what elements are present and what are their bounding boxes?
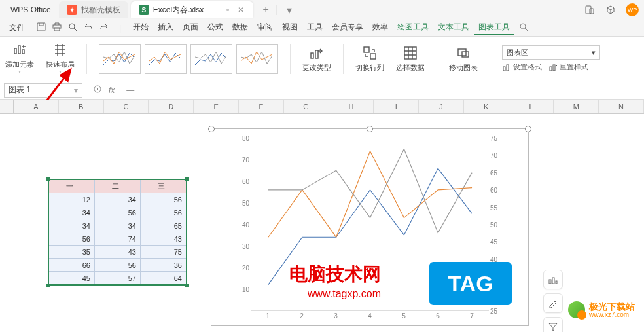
style-preview-3[interactable] xyxy=(190,44,232,74)
switch-rowcol-icon xyxy=(361,45,378,62)
cell[interactable]: 36 xyxy=(141,259,187,272)
y-axis: 1020304050607080 xyxy=(234,138,251,311)
tab-excel-file[interactable]: S Excel内容.xlsx ▫ ✕ xyxy=(131,1,253,18)
col-L[interactable]: L xyxy=(509,100,554,113)
search-icon[interactable] xyxy=(519,22,528,33)
cell[interactable]: 74 xyxy=(95,232,141,246)
svg-rect-16 xyxy=(462,52,469,57)
col-M[interactable]: M xyxy=(554,100,599,113)
change-type-button[interactable]: 更改类型 xyxy=(302,45,331,73)
cell[interactable]: 66 xyxy=(49,259,95,272)
chart-area-select[interactable]: 图表区 ▾ xyxy=(502,45,600,60)
set-format-button[interactable]: 设置格式 xyxy=(502,62,542,72)
add-element-button[interactable]: 添加元素 ˅ xyxy=(5,41,34,77)
style-preview-1[interactable] xyxy=(99,44,141,74)
col-N[interactable]: N xyxy=(599,100,644,113)
move-chart-button[interactable]: 移动图表 xyxy=(449,45,478,73)
menu-text-tools[interactable]: 文本工具 xyxy=(434,20,473,35)
x-axis: 1234567 xyxy=(251,312,489,322)
device-icon[interactable] xyxy=(584,4,596,16)
cell[interactable]: 56 xyxy=(95,206,141,219)
menu-page[interactable]: 页面 xyxy=(179,20,202,35)
style-preview-4[interactable] xyxy=(236,44,278,74)
col-H[interactable]: H xyxy=(329,100,374,113)
undo-icon[interactable] xyxy=(84,22,93,33)
col-D[interactable]: D xyxy=(149,100,194,113)
cell[interactable]: 34 xyxy=(95,219,141,232)
menu-draw-tools[interactable]: 绘图工具 xyxy=(393,20,433,35)
menu-member[interactable]: 会员专享 xyxy=(328,20,367,35)
user-avatar[interactable]: WP xyxy=(626,3,639,16)
hdr-1[interactable]: 一 xyxy=(49,180,95,193)
chart-elements-icon[interactable] xyxy=(543,270,563,289)
menu-file[interactable]: 文件 xyxy=(4,22,30,33)
tab-options-icon[interactable]: ▫ xyxy=(223,5,232,14)
menu-review[interactable]: 审阅 xyxy=(253,20,277,35)
source-data-range[interactable]: 一 二 三 1234563456563434655674433543756656… xyxy=(48,179,187,285)
chart-style-gallery[interactable] xyxy=(99,44,278,74)
svg-point-6 xyxy=(520,24,526,29)
cell[interactable]: 45 xyxy=(49,272,95,285)
cell[interactable]: 43 xyxy=(141,232,187,246)
cell[interactable]: 34 xyxy=(95,193,141,206)
col-I[interactable]: I xyxy=(374,100,419,113)
formula-input[interactable]: — xyxy=(121,86,644,95)
col-F[interactable]: F xyxy=(239,100,284,113)
svg-rect-20 xyxy=(553,65,555,71)
select-all-corner[interactable] xyxy=(0,100,14,113)
tab-list-icon[interactable]: ▾ xyxy=(285,5,294,14)
col-C[interactable]: C xyxy=(104,100,149,113)
cell[interactable]: 35 xyxy=(49,246,95,259)
cube-icon[interactable] xyxy=(605,4,617,16)
switch-rowcol-button[interactable]: 切换行列 xyxy=(355,45,384,73)
chart-style-icon[interactable] xyxy=(543,293,563,313)
menu-tools[interactable]: 工具 xyxy=(303,20,327,35)
reset-style-button[interactable]: 重置样式 xyxy=(548,62,588,72)
menu-insert[interactable]: 插入 xyxy=(154,20,177,35)
menu-view[interactable]: 视图 xyxy=(278,20,302,35)
fx-icon[interactable]: fx xyxy=(109,86,115,95)
cell[interactable]: 12 xyxy=(49,193,95,206)
cell[interactable]: 57 xyxy=(95,272,141,285)
close-icon[interactable]: ✕ xyxy=(236,5,245,14)
col-J[interactable]: J xyxy=(419,100,464,113)
menu-formula[interactable]: 公式 xyxy=(204,20,227,35)
menu-chart-tools[interactable]: 图表工具 xyxy=(474,20,514,35)
cell[interactable]: 56 xyxy=(49,232,95,246)
svg-rect-7 xyxy=(14,48,16,54)
style-preview-2[interactable] xyxy=(145,44,187,74)
col-K[interactable]: K xyxy=(464,100,509,113)
quick-layout-button[interactable]: 快速布局 ˅ xyxy=(46,41,75,77)
cell[interactable]: 34 xyxy=(49,219,95,232)
col-B[interactable]: B xyxy=(59,100,104,113)
cell[interactable]: 56 xyxy=(95,259,141,272)
menu-data[interactable]: 数据 xyxy=(228,20,252,35)
name-box[interactable]: 图表 1 ▾ xyxy=(4,83,82,98)
col-G[interactable]: G xyxy=(284,100,329,113)
save-icon[interactable] xyxy=(37,22,46,33)
svg-rect-17 xyxy=(503,67,505,71)
select-data-button[interactable]: 选择数据 xyxy=(396,45,425,73)
cell[interactable]: 56 xyxy=(141,206,187,219)
cancel-icon[interactable] xyxy=(93,84,102,96)
col-A[interactable]: A xyxy=(14,100,59,113)
cell[interactable]: 64 xyxy=(141,272,187,285)
print-icon[interactable] xyxy=(52,22,62,33)
title-bar: WPS Office ✦ 找稻壳模板 S Excel内容.xlsx ▫ ✕ + … xyxy=(0,0,644,20)
cell[interactable]: 75 xyxy=(141,246,187,259)
new-tab-button[interactable]: + xyxy=(261,5,270,14)
hdr-2[interactable]: 二 xyxy=(95,180,141,193)
cell[interactable]: 34 xyxy=(49,206,95,219)
redo-icon[interactable] xyxy=(99,22,109,33)
menu-efficiency[interactable]: 效率 xyxy=(368,20,392,35)
cell[interactable]: 65 xyxy=(141,219,187,232)
hdr-3[interactable]: 三 xyxy=(141,180,187,193)
cell[interactable]: 43 xyxy=(95,246,141,259)
preview-icon[interactable] xyxy=(68,22,77,33)
cell[interactable]: 56 xyxy=(141,193,187,206)
col-E[interactable]: E xyxy=(194,100,239,113)
tab-template[interactable]: ✦ 找稻壳模板 xyxy=(59,1,128,18)
menu-start[interactable]: 开始 xyxy=(129,20,152,35)
template-icon: ✦ xyxy=(67,5,77,15)
chart-filter-icon[interactable] xyxy=(543,317,563,332)
